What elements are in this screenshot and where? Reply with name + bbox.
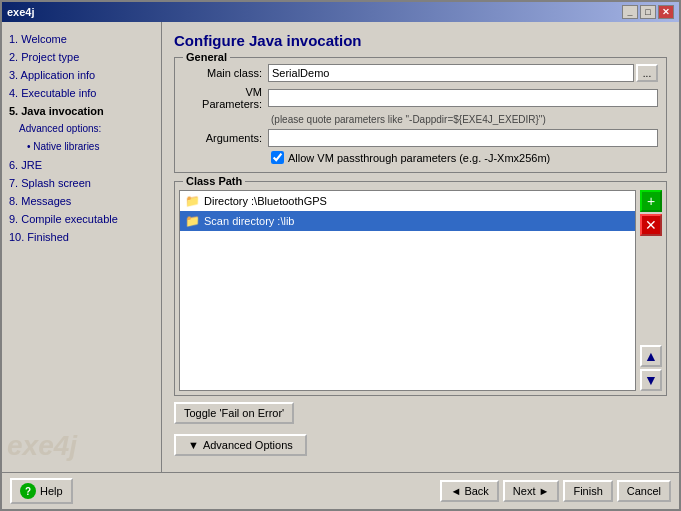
sidebar-item-compile[interactable]: 9. Compile executable [7,210,156,228]
navigation-buttons: ◄ Back Next ► Finish Cancel [440,480,671,502]
vm-params-input[interactable] [268,89,658,107]
sidebar-item-splash[interactable]: 7. Splash screen [7,174,156,192]
content-area: 1. Welcome 2. Project type 3. Applicatio… [2,22,679,472]
sidebar-item-advanced-options: Advanced options: [7,120,156,138]
advanced-options-label: Advanced Options [203,439,293,451]
classpath-content: 📁 Directory :\BluetoothGPS 📁 Scan direct… [179,190,662,391]
folder-scan-icon: 📁 [184,213,200,229]
sidebar-item-java-invocation[interactable]: 5. Java invocation [7,102,156,120]
classpath-group-title: Class Path [183,175,245,187]
main-class-input[interactable] [268,64,634,82]
vm-params-row: VM Parameters: [183,86,658,110]
classpath-list[interactable]: 📁 Directory :\BluetoothGPS 📁 Scan direct… [179,190,636,391]
advanced-options-button[interactable]: ▼ Advanced Options [174,434,307,456]
list-item[interactable]: 📁 Directory :\BluetoothGPS [180,191,635,211]
title-bar: exe4j _ □ ✕ [2,2,679,22]
browse-button[interactable]: ... [636,64,658,82]
main-panel: Configure Java invocation General Main c… [162,22,679,472]
cancel-button[interactable]: Cancel [617,480,671,502]
main-class-label: Main class: [183,67,268,79]
help-label: Help [40,485,63,497]
close-button[interactable]: ✕ [658,5,674,19]
vm-params-label: VM Parameters: [183,86,268,110]
next-button[interactable]: Next ► [503,480,560,502]
move-buttons: ▲ ▼ [640,345,662,391]
general-group: General Main class: ... VM Parameters: (… [174,57,667,173]
maximize-button[interactable]: □ [640,5,656,19]
list-item[interactable]: 📁 Scan directory :\lib [180,211,635,231]
sidebar-item-app-info[interactable]: 3. Application info [7,66,156,84]
minimize-button[interactable]: _ [622,5,638,19]
arguments-input[interactable] [268,129,658,147]
window-title: exe4j [7,6,35,18]
main-class-row: Main class: ... [183,64,658,82]
bottom-bar: ? Help ◄ Back Next ► Finish Cancel [2,472,679,509]
move-up-button[interactable]: ▲ [640,345,662,367]
passthrough-checkbox[interactable] [271,151,284,164]
general-group-title: General [183,51,230,63]
sidebar-item-messages[interactable]: 8. Messages [7,192,156,210]
classpath-item-label: Scan directory :\lib [204,215,294,227]
sidebar-item-native-libraries[interactable]: • Native libraries [7,138,156,156]
title-bar-buttons: _ □ ✕ [622,5,674,19]
remove-classpath-button[interactable]: ✕ [640,214,662,236]
passthrough-label: Allow VM passthrough parameters (e.g. -J… [288,152,550,164]
arguments-label: Arguments: [183,132,268,144]
sidebar-item-exec-info[interactable]: 4. Executable info [7,84,156,102]
sidebar-logo: exe4j [7,430,77,462]
main-window: exe4j _ □ ✕ 1. Welcome 2. Project type 3… [0,0,681,511]
sidebar-item-welcome[interactable]: 1. Welcome [7,30,156,48]
help-button[interactable]: ? Help [10,478,73,504]
page-title: Configure Java invocation [174,32,667,49]
classpath-buttons: + ✕ ▲ ▼ [640,190,662,391]
sidebar-item-finished[interactable]: 10. Finished [7,228,156,246]
back-button[interactable]: ◄ Back [440,480,498,502]
sidebar-item-jre[interactable]: 6. JRE [7,156,156,174]
folder-icon: 📁 [184,193,200,209]
toggle-fail-button[interactable]: Toggle 'Fail on Error' [174,402,294,424]
arguments-row: Arguments: [183,129,658,147]
sidebar-item-project-type[interactable]: 2. Project type [7,48,156,66]
finish-button[interactable]: Finish [563,480,612,502]
help-icon: ? [20,483,36,499]
vm-params-hint: (please quote parameters like "-Dappdir=… [183,114,658,125]
sidebar: 1. Welcome 2. Project type 3. Applicatio… [2,22,162,472]
classpath-group: Class Path 📁 Directory :\BluetoothGPS 📁 … [174,181,667,396]
passthrough-checkbox-row: Allow VM passthrough parameters (e.g. -J… [183,151,658,164]
classpath-item-label: Directory :\BluetoothGPS [204,195,327,207]
advanced-arrow-icon: ▼ [188,439,199,451]
add-classpath-button[interactable]: + [640,190,662,212]
move-down-button[interactable]: ▼ [640,369,662,391]
